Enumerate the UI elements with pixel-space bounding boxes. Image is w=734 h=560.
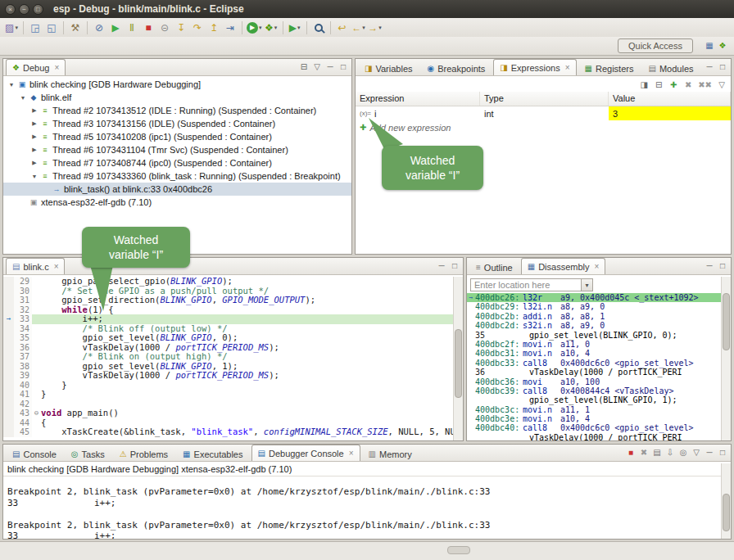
clear-console-icon[interactable]: ▤ <box>652 448 662 458</box>
tab-variables[interactable]: ◨Variables <box>358 61 419 75</box>
open-perspective-icon[interactable]: ▦ <box>705 41 714 51</box>
line-number[interactable]: 39 <box>14 371 32 381</box>
annotation-ruler[interactable] <box>3 324 14 334</box>
annotation-ruler[interactable] <box>3 305 14 315</box>
tab-memory[interactable]: ▥Memory <box>362 446 419 461</box>
close-icon[interactable]: × <box>349 449 354 458</box>
toolbar-build-button[interactable]: ⚒ <box>67 20 84 36</box>
column-header-type[interactable]: Type <box>480 92 609 106</box>
annotation-ruler[interactable] <box>3 390 14 400</box>
expander-icon[interactable]: ▼ <box>29 174 39 179</box>
dropdown-caret-icon[interactable]: ▾ <box>297 25 301 31</box>
line-number[interactable]: 44 <box>14 418 32 428</box>
disassembly-line[interactable]: 400dbc2d:s32i.na8, a9, 0 <box>467 321 721 330</box>
location-combo[interactable]: Enter location here ▾ <box>470 278 593 291</box>
remove-expression-icon[interactable]: ✖ <box>683 80 693 90</box>
disassembly-line[interactable]: 400dbc39:call80x400844c4 <vTaskDelay> <box>467 386 721 395</box>
expander-icon[interactable]: ▶ <box>29 160 39 166</box>
tab-executables[interactable]: ▦Executables <box>176 446 249 461</box>
dropdown-caret-icon[interactable]: ▾ <box>274 25 278 31</box>
annotation-ruler[interactable] <box>3 277 14 287</box>
titlebar[interactable]: × − □ esp - Debug - blink/main/blink.c -… <box>0 0 734 18</box>
debug-tree-item[interactable]: ▼≡Thread #9 1073433360 (blink_task : Run… <box>3 169 351 183</box>
tab-tasks[interactable]: ◎Tasks <box>65 446 111 461</box>
annotation-ruler[interactable] <box>3 381 14 391</box>
close-icon[interactable]: × <box>54 262 59 271</box>
toolbar-search-button[interactable] <box>310 20 327 36</box>
tab-debugger-console[interactable]: ▤Debugger Console× <box>251 445 360 461</box>
maximize-icon[interactable]: □ <box>450 261 460 271</box>
dropdown-caret-icon[interactable]: ▾ <box>378 25 382 31</box>
quick-access-button[interactable]: Quick Access <box>618 38 693 53</box>
maximize-icon[interactable]: □ <box>718 448 727 458</box>
debug-perspective-icon[interactable]: ❖ <box>718 41 727 51</box>
debug-tree-item[interactable]: ▶≡Thread #3 1073413156 (IDLE) (Suspended… <box>3 117 351 130</box>
maximize-icon[interactable]: □ <box>718 62 727 72</box>
toolbar-save-all-button[interactable]: ◱ <box>43 20 60 36</box>
close-icon[interactable]: × <box>54 63 59 72</box>
annotation-ruler[interactable] <box>3 287 14 296</box>
view-menu-icon[interactable]: ▽ <box>312 62 322 72</box>
disassembly-line[interactable]: →400dbc26:l32ra9, 0x400d045c <_stext+109… <box>467 293 721 302</box>
tab-console[interactable]: ▤Console <box>6 446 63 461</box>
debug-tree-item[interactable]: ▼▣blink checking [GDB Hardware Debugging… <box>3 78 351 91</box>
disassembly-vertical-scrollbar[interactable] <box>721 277 731 440</box>
expander-icon[interactable]: ▶ <box>29 120 39 127</box>
line-number[interactable]: 30 <box>14 287 32 296</box>
maximize-icon[interactable]: □ <box>718 261 727 271</box>
tab-modules[interactable]: ▤Modules <box>641 61 700 75</box>
annotation-ruler[interactable] <box>3 296 14 305</box>
column-header-value[interactable]: Value <box>609 92 731 106</box>
toolbar-last-edit-location-button[interactable]: ↩ <box>334 20 351 36</box>
column-header-expression[interactable]: Expression <box>356 92 480 106</box>
line-number[interactable]: 40 <box>14 381 32 391</box>
annotation-ruler[interactable] <box>3 333 14 343</box>
scrollbar-thumb[interactable] <box>723 494 730 531</box>
disassembly-line[interactable]: vTaskDelay(1000 / portTICK_PERI <box>467 433 721 440</box>
close-icon[interactable]: × <box>565 63 570 72</box>
toolbar-step-over-button[interactable]: ↷ <box>189 20 206 36</box>
line-number[interactable]: 34 <box>14 324 32 334</box>
toolbar-resume-button[interactable]: ▶ <box>107 20 124 36</box>
toolbar-disconnect-button[interactable]: ⊝ <box>156 20 173 36</box>
toolbar-suspend-button[interactable]: Ⅱ <box>124 20 140 36</box>
window-close-button[interactable]: × <box>5 4 16 15</box>
maximize-icon[interactable]: □ <box>338 62 348 72</box>
sash-grip[interactable] <box>447 546 470 554</box>
disassembly-line[interactable]: 400dbc3c:movi.na11, 1 <box>467 405 721 414</box>
location-input[interactable]: Enter location here <box>471 280 581 290</box>
debug-tree-item[interactable]: →blink_task() at blink.c:33 0x400dbc26 <box>3 183 351 196</box>
expander-icon[interactable]: ▼ <box>7 82 16 88</box>
line-number[interactable]: 42 <box>14 400 32 409</box>
disassembly-line[interactable]: 36vTaskDelay(1000 / portTICK_PERI <box>467 368 721 377</box>
debug-tree-item[interactable]: ▶≡Thread #7 1073408744 (ipc0) (Suspended… <box>3 156 351 169</box>
toolbar-forward-button[interactable]: →▾ <box>367 20 383 36</box>
annotation-ruler[interactable] <box>3 352 14 362</box>
tab-expressions[interactable]: ◨Expressions× <box>493 59 576 75</box>
toolbar-step-into-button[interactable]: ↧ <box>173 20 189 36</box>
debug-tree-item[interactable]: ▶≡Thread #2 1073413512 (IDLE : Running) … <box>3 104 351 117</box>
debug-tree-item[interactable]: ▶≡Thread #5 1073410208 (ipc1) (Suspended… <box>3 130 351 143</box>
code-editor[interactable]: 29 gpio_pad_select_gpio(BLINK_GPIO);30 /… <box>3 277 463 440</box>
toolbar-run-button[interactable]: ▶▾ <box>246 20 263 36</box>
toolbar-save-button[interactable]: ◲ <box>27 20 43 36</box>
dropdown-caret-icon[interactable]: ▾ <box>15 25 18 31</box>
disassembly-line[interactable]: 400dbc31:movi.na10, 4 <box>467 349 721 358</box>
tab-outline[interactable]: ≡Outline <box>469 260 519 274</box>
add-expression-row[interactable]: ✚ Add new expression <box>356 120 731 134</box>
toolbar-instruction-stepping-button[interactable]: ⇥ <box>222 20 238 36</box>
console-output[interactable]: Breakpoint 2, blink_task (pvParameter=0x… <box>3 481 721 539</box>
fold-marker[interactable]: ⊖ <box>32 409 41 418</box>
code-line[interactable]: 40 } <box>3 381 463 391</box>
tab-problems[interactable]: ⚠Problems <box>113 446 174 461</box>
dropdown-caret-icon[interactable]: ▾ <box>362 25 365 31</box>
minimize-icon[interactable]: ─ <box>705 62 714 72</box>
line-number[interactable]: 35 <box>14 333 32 343</box>
value-cell[interactable]: 3 <box>609 106 731 120</box>
disassembly-line[interactable]: 400dbc36:movia10, 100 <box>467 377 721 386</box>
disassembly-line[interactable]: 400dbc3e:movi.na10, 4 <box>467 414 721 423</box>
minimize-icon[interactable]: ─ <box>437 261 446 271</box>
instruction-pointer-icon[interactable]: → <box>3 314 14 324</box>
expander-icon[interactable]: ▶ <box>29 107 39 114</box>
expression-row[interactable]: (x)=iint3 <box>356 106 731 120</box>
